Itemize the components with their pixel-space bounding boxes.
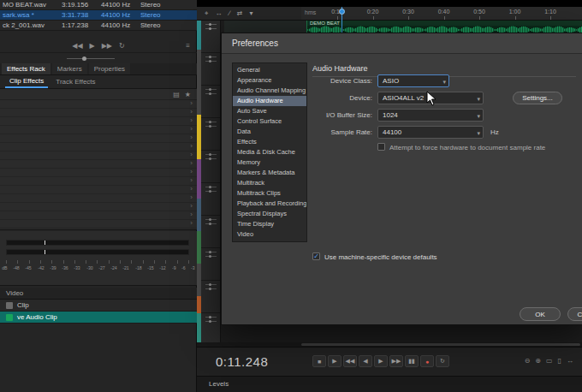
pref-category-data[interactable]: Data bbox=[233, 127, 306, 137]
play-button[interactable]: ▶ bbox=[90, 42, 95, 50]
track-slider[interactable] bbox=[205, 28, 217, 29]
video-clip-item[interactable]: Clip bbox=[0, 300, 197, 312]
pref-category-general[interactable]: General bbox=[233, 65, 306, 75]
machine-defaults-checkbox[interactable]: ✓ bbox=[312, 252, 320, 260]
pref-category-audio-channel-mapping[interactable]: Audio Channel Mapping bbox=[233, 86, 306, 96]
pref-category-video[interactable]: Video bbox=[233, 229, 306, 240]
effect-slot[interactable]: › bbox=[0, 134, 197, 143]
sample-rate-dropdown[interactable]: 44100 bbox=[377, 126, 484, 139]
effect-slot[interactable]: › bbox=[0, 203, 197, 211]
pause-button[interactable]: ▮▮ bbox=[405, 355, 419, 367]
pref-category-spectral-displays[interactable]: Spectral Displays bbox=[233, 209, 306, 219]
device-class-dropdown[interactable]: ASIO bbox=[377, 74, 449, 87]
zoom-out-icon[interactable]: ⊖ bbox=[525, 357, 531, 365]
pref-category-effects[interactable]: Effects bbox=[233, 137, 306, 147]
pref-category-appearance[interactable]: Appearance bbox=[233, 75, 306, 86]
track-slider[interactable] bbox=[205, 24, 217, 25]
razor-tool-icon[interactable]: ∕ bbox=[229, 9, 230, 17]
track-header[interactable] bbox=[201, 118, 221, 151]
rewind-button[interactable]: ◀ bbox=[359, 355, 372, 367]
file-row[interactable]: sark.wsa *3:31.73844100 HzStereo bbox=[0, 10, 197, 21]
pref-category-time-display[interactable]: Time Display bbox=[233, 219, 306, 229]
pref-category-playback-and-recording[interactable]: Playback and Recording bbox=[233, 199, 306, 209]
stop-button[interactable]: ■ bbox=[312, 355, 326, 367]
track-effects-button[interactable]: Track Effects bbox=[51, 77, 99, 87]
effect-slot[interactable]: › bbox=[0, 186, 197, 194]
fast-forward-button[interactable]: ▶ bbox=[374, 355, 388, 367]
pref-category-markers-metadata[interactable]: Markers & Metadata bbox=[233, 168, 306, 178]
track-slider[interactable] bbox=[205, 93, 217, 94]
track-slider[interactable] bbox=[205, 219, 217, 220]
track-slider[interactable] bbox=[205, 288, 217, 289]
track-slider[interactable] bbox=[205, 187, 217, 187]
move-tool-icon[interactable]: ↔ bbox=[216, 9, 223, 17]
track-header[interactable] bbox=[201, 313, 221, 346]
settings-button[interactable]: Settings... bbox=[513, 92, 562, 104]
buffer-size-dropdown[interactable]: 1024 bbox=[377, 109, 484, 122]
track-slider[interactable] bbox=[205, 122, 217, 122]
skip-forward-button[interactable]: ▶▶ bbox=[102, 42, 112, 50]
clip-effects-button[interactable]: Clip Effects bbox=[5, 76, 48, 88]
track-slider[interactable] bbox=[205, 61, 217, 62]
track-slider[interactable] bbox=[205, 191, 217, 192]
loop-button[interactable]: ↻ bbox=[119, 42, 125, 50]
skip-back-button[interactable]: ◀◀ bbox=[343, 355, 357, 367]
track-header[interactable] bbox=[201, 21, 221, 53]
effect-slot[interactable]: › bbox=[0, 100, 197, 109]
zoom-fit-icon[interactable]: ▭ bbox=[546, 357, 553, 365]
volume-slider[interactable] bbox=[67, 58, 115, 59]
skip-back-button[interactable]: ◀◀ bbox=[72, 42, 82, 50]
volume-knob-icon[interactable] bbox=[82, 56, 86, 61]
pref-category-media-disk-cache[interactable]: Media & Disk Cache bbox=[233, 147, 306, 157]
pref-category-memory[interactable]: Memory bbox=[233, 157, 306, 168]
track-slider[interactable] bbox=[205, 252, 217, 252]
scrollbar-thumb[interactable] bbox=[301, 343, 580, 346]
pref-category-audio-hardware[interactable]: Audio Hardware bbox=[233, 96, 306, 106]
tab-properties[interactable]: Properties bbox=[89, 63, 130, 74]
cancel-button[interactable]: Cancel bbox=[567, 307, 582, 321]
video-clip-item[interactable]: ve Audio Clip bbox=[0, 312, 197, 324]
time-selection-tool-icon[interactable]: ⌖ bbox=[205, 9, 209, 18]
track-slider[interactable] bbox=[205, 223, 217, 224]
file-row[interactable]: MO BEAT.wav3:19.15644100 HzStereo bbox=[0, 0, 197, 10]
track-slider[interactable] bbox=[205, 321, 217, 322]
effect-slot[interactable]: › bbox=[0, 143, 197, 151]
effect-slot[interactable]: › bbox=[0, 126, 197, 134]
track-header[interactable] bbox=[201, 53, 221, 86]
track-slider[interactable] bbox=[205, 256, 217, 257]
effect-slot[interactable]: › bbox=[0, 169, 197, 177]
effect-slot[interactable]: › bbox=[0, 117, 197, 126]
zoom-selection-icon[interactable]: ▯ bbox=[558, 357, 561, 365]
effect-slot[interactable]: › bbox=[0, 220, 197, 229]
pref-category-auto-save[interactable]: Auto Save bbox=[233, 106, 306, 116]
loop-button[interactable]: ↻ bbox=[436, 355, 449, 367]
track-slider[interactable] bbox=[205, 317, 217, 318]
track-header[interactable] bbox=[201, 281, 221, 313]
skip-forward-button[interactable]: ▶▶ bbox=[389, 355, 403, 367]
track-header[interactable] bbox=[201, 151, 221, 183]
slip-tool-icon[interactable]: ⇄ bbox=[237, 9, 243, 17]
levels-panel-tab[interactable]: Levels bbox=[209, 380, 229, 388]
pref-category-control-surface[interactable]: Control Surface bbox=[233, 116, 306, 127]
track-slider[interactable] bbox=[205, 158, 217, 159]
file-row[interactable]: ck 2_001.wav1:17.23844100 HzStereo bbox=[0, 21, 197, 31]
effect-slot[interactable]: › bbox=[0, 194, 197, 203]
effect-slot[interactable]: › bbox=[0, 160, 197, 169]
force-sample-rate-checkbox[interactable] bbox=[377, 143, 385, 151]
ok-button[interactable]: OK bbox=[520, 307, 561, 321]
zoom-in-icon[interactable]: ⊕ bbox=[535, 357, 541, 365]
tab-effects-rack[interactable]: Effects Rack bbox=[2, 63, 50, 74]
playhead-handle[interactable] bbox=[339, 9, 345, 15]
effect-slot[interactable]: › bbox=[0, 211, 197, 220]
marker-tool-icon[interactable]: ▾ bbox=[250, 9, 253, 17]
track-slider[interactable] bbox=[205, 126, 217, 127]
favorites-icon[interactable]: ★ bbox=[185, 91, 191, 98]
list-icon[interactable]: ▤ bbox=[173, 91, 180, 98]
track-header[interactable] bbox=[201, 183, 221, 216]
record-button[interactable]: ● bbox=[420, 355, 434, 367]
pan-icon[interactable]: ↔ bbox=[567, 357, 573, 365]
effect-slot[interactable]: › bbox=[0, 151, 197, 160]
pref-category-multitrack-clips[interactable]: Multitrack Clips bbox=[233, 188, 306, 199]
track-header[interactable] bbox=[201, 216, 221, 248]
pref-category-multitrack[interactable]: Multitrack bbox=[233, 178, 306, 188]
